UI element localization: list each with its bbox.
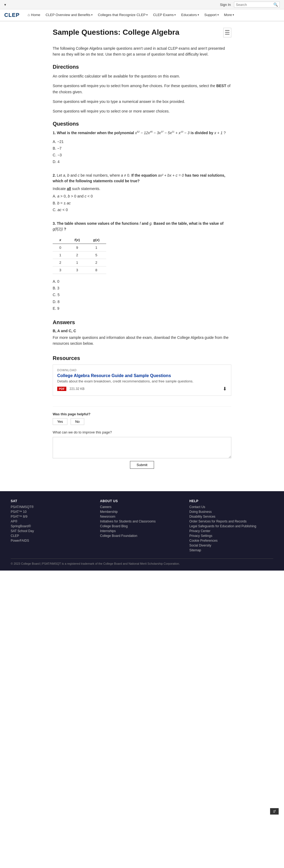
table-cell: 1 — [68, 259, 87, 267]
nav-item-exams[interactable]: CLEP Exams ▾ — [150, 10, 178, 21]
footer-link[interactable]: PowerFAIDS — [11, 539, 95, 542]
q2-option-c: C. ac < 0 — [53, 207, 231, 213]
footer-col-2: HelpContact UsDoing BusinessDisability S… — [189, 499, 273, 553]
question-2: 2. Let a, b and c be real numbers, where… — [53, 173, 231, 213]
nav-item-colleges[interactable]: Colleges that Recognize CLEP ▾ — [95, 10, 150, 21]
answers-heading: Answers — [53, 319, 231, 326]
footer-link[interactable]: Cookie Preferences — [189, 539, 273, 542]
q3-end: ? — [64, 227, 66, 231]
page-title: Sample Questions: College Algebra — [53, 28, 179, 37]
footer-link[interactable]: Initiatives for Students and Classrooms — [100, 520, 184, 523]
directions-para-3: Some questions will require you to type … — [53, 99, 231, 104]
toc-icon[interactable]: ☰ — [223, 28, 231, 37]
download-meta-left: PDF 221.32 KB — [57, 387, 85, 391]
footer-link[interactable]: PSAT™ 8/9 — [11, 515, 95, 519]
q3-f: f — [140, 221, 141, 225]
footer-link[interactable]: PSAT™ 10 — [11, 510, 95, 514]
q3-option-b: B. 3 — [53, 285, 231, 291]
footer-link[interactable]: AP® — [11, 520, 95, 523]
table-cell: 2 — [68, 251, 87, 259]
table-row: 338 — [53, 267, 106, 274]
footer-link[interactable]: Internships — [100, 529, 184, 533]
no-button[interactable]: No — [70, 418, 84, 425]
search-icon[interactable]: 🔍 — [273, 2, 278, 7]
table-cell: 2 — [86, 259, 106, 267]
nav-logo[interactable]: CLEP — [4, 9, 20, 21]
top-bar-dropdown[interactable]: ▾ — [4, 3, 6, 7]
footer-link[interactable]: CLEP — [11, 534, 95, 538]
footer-link[interactable]: SpringBoard® — [11, 524, 95, 528]
nav-item-educators[interactable]: Educators ▾ — [178, 10, 202, 21]
table-row: 212 — [53, 259, 106, 267]
nav-home-label: Home — [31, 13, 40, 17]
footer-link[interactable]: Careers — [100, 505, 184, 509]
chevron-down-icon: ▾ — [91, 13, 92, 16]
footer-link[interactable]: Social Diversity — [189, 544, 273, 547]
question-3-text: 3. The table shows some values of the fu… — [53, 221, 231, 232]
q1-formula: x52 − 12x45 − 3x37 − 5x21 + x10 − 3 — [135, 131, 190, 135]
footer-link[interactable]: SAT School Day — [11, 529, 95, 533]
footer-link[interactable]: Sitemap — [189, 548, 273, 552]
copyright-text: © 2023 College Board | PSAT/NMSQT is a r… — [11, 562, 180, 565]
footer-heading-1: About Us — [100, 499, 184, 503]
nav-item-overview[interactable]: CLEP Overview and Benefits ▾ — [43, 10, 95, 21]
footer-link[interactable]: Doing Business — [189, 510, 273, 514]
q1-num: 1. What is the remainder when the polyno… — [53, 131, 134, 135]
search-container: 🔍 — [234, 2, 280, 7]
footer-col-1: About UsCareersMembershipNewsroomInitiat… — [100, 499, 184, 553]
resources-heading: Resources — [53, 355, 231, 361]
yes-button[interactable]: Yes — [53, 418, 67, 425]
q2-c: c — [78, 173, 79, 178]
footer-link[interactable]: Disability Services — [189, 515, 273, 519]
improve-textarea[interactable] — [53, 437, 231, 458]
title-section: Sample Questions: College Algebra ☰ — [53, 28, 231, 37]
question-1: 1. What is the remainder when the polyno… — [53, 130, 231, 165]
table-cell: 3 — [68, 267, 87, 274]
q1-divisor: x + 1 — [214, 131, 223, 135]
nav-item-home[interactable]: ⌂ Home — [25, 9, 43, 21]
q1-end: ? — [224, 131, 226, 135]
footer-link[interactable]: Order Services for Reports and Records — [189, 520, 273, 523]
nav-item-support[interactable]: Support ▾ — [202, 10, 221, 21]
q1-option-a: A. −21 — [53, 138, 231, 145]
q3-option-c: C. 5 — [53, 291, 231, 298]
footer-link[interactable]: PSAT/NMSQT® — [11, 505, 95, 509]
q2-let: Let — [57, 173, 63, 178]
footer-link[interactable]: Privacy Center — [189, 529, 273, 533]
q3-option-e: E. 9 — [53, 305, 231, 312]
footer-col-0: SATPSAT/NMSQT®PSAT™ 10PSAT™ 8/9AP®Spring… — [11, 499, 95, 553]
q2-option-a: A. a > 0, b > 0 and c < 0 — [53, 193, 231, 199]
download-title[interactable]: College Algebra Resource Guide and Sampl… — [57, 373, 227, 378]
download-button[interactable]: ⬇ — [223, 386, 227, 392]
submit-button[interactable]: Submit — [130, 461, 154, 469]
chevron-down-icon: ▾ — [198, 13, 199, 16]
page-content: Sample Questions: College Algebra ☰ The … — [49, 21, 235, 475]
question-1-text: 1. What is the remainder when the polyno… — [53, 130, 231, 136]
chevron-down-icon: ▾ — [218, 13, 219, 16]
q3-and: and — [142, 221, 148, 225]
table-cell: 8 — [86, 267, 106, 274]
nav-item-more[interactable]: More ▾ — [221, 10, 237, 21]
footer-link[interactable]: Contact Us — [189, 505, 273, 509]
q2-option-b: B. b = ± ac — [53, 200, 231, 207]
footer-link[interactable]: College Board Blog — [100, 524, 184, 528]
q2-comma: , — [65, 173, 67, 178]
sign-in-link[interactable]: Sign In — [220, 3, 231, 7]
footer-link[interactable]: Privacy Settings — [189, 534, 273, 538]
q2-eq: ax² + bx + c = 0 — [158, 173, 184, 178]
footer-link[interactable]: Membership — [100, 510, 184, 514]
footer-link[interactable]: Newsroom — [100, 515, 184, 519]
q2-num: 2. — [53, 173, 56, 178]
answers-text: B, A and C, C — [53, 329, 231, 333]
table-cell: 9 — [68, 244, 87, 251]
footer-link[interactable]: Legal Safeguards for Education and Publi… — [189, 524, 273, 528]
q2-vars: a — [63, 173, 65, 178]
search-input[interactable] — [236, 3, 273, 7]
footer: SATPSAT/NMSQT®PSAT™ 10PSAT™ 8/9AP®Spring… — [0, 491, 284, 570]
footer-link[interactable]: College Board Foundation — [100, 534, 184, 538]
feedback-buttons: Yes No — [53, 418, 231, 425]
q1-option-b: B. −7 — [53, 145, 231, 152]
q1-divided: is divided by — [191, 131, 214, 135]
download-meta: PDF 221.32 KB ⬇ — [57, 386, 227, 392]
q2-mid: be real numbers, where — [81, 173, 121, 178]
